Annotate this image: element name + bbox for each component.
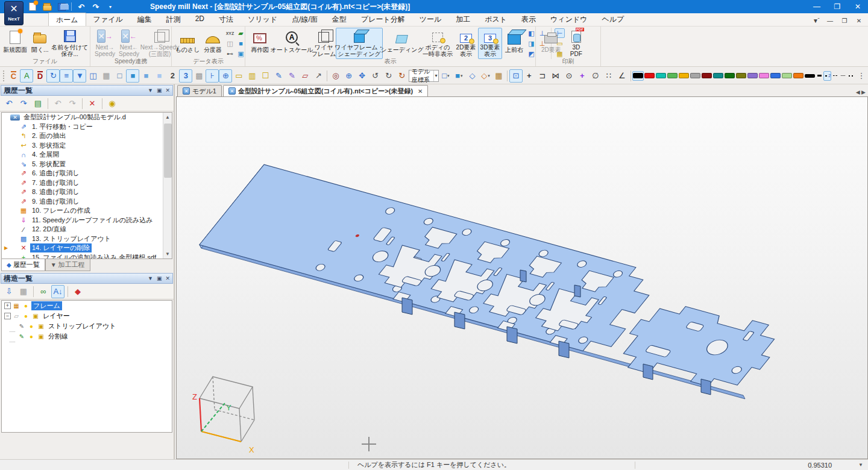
panel-menu-icon[interactable]: ▼ bbox=[148, 275, 153, 281]
coordinate-system-combo[interactable]: モデル座標系▾ bbox=[409, 70, 439, 82]
work-plane-z-button[interactable]: ◇▾ bbox=[479, 69, 492, 83]
autoscale-button[interactable]: A オートスケール bbox=[272, 28, 312, 59]
menu-tab-点/線/面[interactable]: 点/線/面 bbox=[285, 13, 325, 26]
history-item-7[interactable]: ⇗7. 追曲げ取消し bbox=[2, 178, 172, 188]
print-2d-elements-button[interactable]: 2D要素 bbox=[538, 28, 564, 59]
restore-button[interactable]: ❐ bbox=[827, 0, 848, 13]
history-item-3[interactable]: ↩3. 形状指定 bbox=[2, 141, 172, 151]
history-item-1[interactable]: ⇗1. 平行移動・コピー bbox=[2, 122, 172, 132]
process-filter-button[interactable]: ▼ bbox=[73, 69, 86, 83]
layer-table-button[interactable]: ▦ bbox=[17, 285, 30, 298]
protractor-button[interactable]: 分度器 bbox=[201, 28, 225, 59]
tab-active-document[interactable]: ✕ 金型設計サンプル-05組立図(コイル有).nt<コピー>(未登録) ✕ bbox=[223, 85, 429, 96]
delete-history-button[interactable]: ✕ bbox=[86, 97, 99, 110]
menu-tab-加工[interactable]: 加工 bbox=[448, 13, 477, 26]
new-drawing-button[interactable]: 新規図面 bbox=[2, 28, 28, 59]
window-lamp-button[interactable]: ▥ bbox=[245, 69, 259, 83]
scroll-thumb[interactable] bbox=[164, 124, 172, 178]
rotate-view-button[interactable]: ↻ bbox=[395, 69, 409, 83]
scroll-down-icon[interactable]: ▼ bbox=[163, 249, 172, 258]
solid-view-button[interactable]: ■ bbox=[139, 69, 153, 83]
history-item-8[interactable]: ⇗8. 追曲げ取消し bbox=[2, 187, 172, 197]
color-swatch-8[interactable] bbox=[724, 71, 735, 81]
dim-3d-visibility-button[interactable]: 3 bbox=[179, 69, 192, 83]
snap-center-button[interactable]: ⊡ bbox=[509, 69, 523, 83]
color-swatch-0[interactable] bbox=[632, 71, 644, 81]
collapse-icon[interactable]: − bbox=[4, 313, 11, 319]
close-button[interactable]: ✕ bbox=[848, 0, 868, 13]
panel-menu-icon[interactable]: ▼ bbox=[148, 87, 153, 93]
snap-midpoint-button[interactable]: ⋈ bbox=[549, 69, 562, 83]
history-lamp-button[interactable]: ◉ bbox=[105, 97, 119, 110]
save-as-button[interactable]: 名前を付けて保存... bbox=[52, 28, 87, 59]
snap-quadrant-button[interactable]: + bbox=[576, 69, 589, 83]
dropdown-icon[interactable]: ▾ bbox=[461, 74, 463, 78]
model-canvas[interactable]: Z Y X bbox=[176, 96, 868, 459]
pan-button[interactable]: ✥ bbox=[356, 69, 369, 83]
next-from-speedy-button[interactable]: ← Next←Speedy bbox=[117, 28, 141, 59]
history-scrollbar[interactable]: ▲ ▼ bbox=[163, 113, 172, 258]
body-hide-button[interactable]: ボディの一時非表示 bbox=[421, 28, 454, 59]
shaded-view-button[interactable]: ■ bbox=[126, 69, 139, 83]
history-item-15[interactable]: +15. ファイルの追加読み込み 金型構想.sdf bbox=[2, 253, 172, 260]
dropdown-icon[interactable]: ▾ bbox=[488, 74, 490, 78]
selection-lamp-button[interactable]: ☐ bbox=[259, 69, 272, 83]
snap-polyline-button[interactable]: ∠ bbox=[615, 69, 629, 83]
menu-tab-ウィンドウ[interactable]: ウィンドウ bbox=[543, 13, 594, 26]
work-plane-button[interactable]: ◇ bbox=[465, 69, 479, 83]
tab-scroll-arrows[interactable]: ◀ ▶ bbox=[856, 89, 866, 95]
wireframe-view-button[interactable]: □ bbox=[113, 69, 126, 83]
color-swatch-7[interactable] bbox=[712, 71, 724, 81]
color-swatch-13[interactable] bbox=[781, 71, 793, 81]
menu-tab-ホーム[interactable]: ホーム bbox=[48, 13, 86, 26]
body-gray-button[interactable]: ▩ bbox=[192, 69, 206, 83]
tab-history-list[interactable]: ◆ 履歴一覧 bbox=[1, 259, 45, 271]
top-front-right-view-button[interactable]: 上前右 bbox=[502, 28, 526, 59]
scale-value[interactable]: 0.95310 bbox=[808, 462, 832, 469]
dim-2d-visibility-button[interactable]: 2 bbox=[166, 69, 179, 83]
wireframe-button[interactable]: ワイヤフレーム bbox=[312, 28, 336, 59]
screen-ratio-button[interactable]: ▱ bbox=[298, 69, 312, 83]
c-layer-button[interactable]: C bbox=[7, 69, 20, 83]
undo-quick-button[interactable]: ↶ bbox=[75, 1, 87, 12]
show-2d-elements-button[interactable]: 2 2D要素表示 bbox=[454, 28, 478, 59]
history-item-9[interactable]: ⇗9. 追曲げ取消し bbox=[2, 197, 172, 207]
menu-tab-2D[interactable]: 2D bbox=[188, 13, 212, 26]
face-visibility-button[interactable]: ◫ bbox=[225, 39, 235, 48]
history-item-14[interactable]: ▶✕14. レイヤーの削除 bbox=[2, 243, 172, 253]
region-lamp-button[interactable]: ▭ bbox=[232, 69, 245, 83]
history-root-node[interactable]: ✕金型設計サンプル-00製品モデル.d bbox=[2, 113, 172, 122]
rotate-button[interactable]: ↺ bbox=[369, 69, 382, 83]
line-style-dashdotdot-button[interactable] bbox=[847, 71, 855, 81]
undo-button[interactable]: ↶ bbox=[2, 97, 16, 110]
menu-tab-ポスト[interactable]: ポスト bbox=[477, 13, 514, 26]
line-weight-1-button[interactable] bbox=[816, 71, 823, 81]
edit-3d-button[interactable]: ✎ bbox=[272, 69, 285, 83]
color-swatch-11[interactable] bbox=[758, 71, 770, 81]
redo-to-mark-button[interactable]: ↷ bbox=[66, 97, 79, 110]
history-item-5[interactable]: ⇘5. 形状配置 bbox=[2, 160, 172, 169]
doc-restore-button[interactable]: ❐ bbox=[838, 15, 851, 26]
show-3d-elements-button[interactable]: 3 3D要素表示 bbox=[478, 28, 502, 59]
color-swatch-9[interactable] bbox=[735, 71, 747, 81]
history-item-2[interactable]: ↰2. 面の抽出 bbox=[2, 131, 172, 141]
pin-icon[interactable]: ▣ bbox=[157, 87, 162, 93]
rotate-free-button[interactable]: ↻ bbox=[382, 69, 395, 83]
doc-minimize-button[interactable]: — bbox=[823, 15, 837, 26]
history-item-10[interactable]: ▦10. フレームの作成 bbox=[2, 206, 172, 216]
history-item-13[interactable]: ▩13. ストリップレイアウト bbox=[2, 234, 172, 244]
redraw-button[interactable]: 再作図 bbox=[248, 28, 272, 59]
color-swatch-12[interactable] bbox=[770, 71, 781, 81]
iso-view-button[interactable]: ◧ bbox=[526, 28, 536, 38]
menu-tab-ファイル[interactable]: ファイル bbox=[86, 13, 130, 26]
view-solid-button[interactable]: ■▾ bbox=[452, 69, 465, 83]
wireframe-shading-button[interactable]: ワイヤフレーム・シェーディング bbox=[336, 28, 383, 59]
sort-az-button[interactable]: A↓ bbox=[51, 285, 64, 298]
zoom-window-button[interactable]: ⊕ bbox=[342, 69, 356, 83]
line-style-dashdot-button[interactable] bbox=[839, 71, 847, 81]
menu-tab-表示[interactable]: 表示 bbox=[514, 13, 543, 26]
save-button[interactable] bbox=[55, 1, 68, 12]
structure-node-frame[interactable]: + ▦ ● フレーム bbox=[2, 301, 172, 311]
xyz-measure-button[interactable]: XYZ bbox=[225, 28, 235, 38]
color-swatch-6[interactable] bbox=[701, 71, 712, 81]
